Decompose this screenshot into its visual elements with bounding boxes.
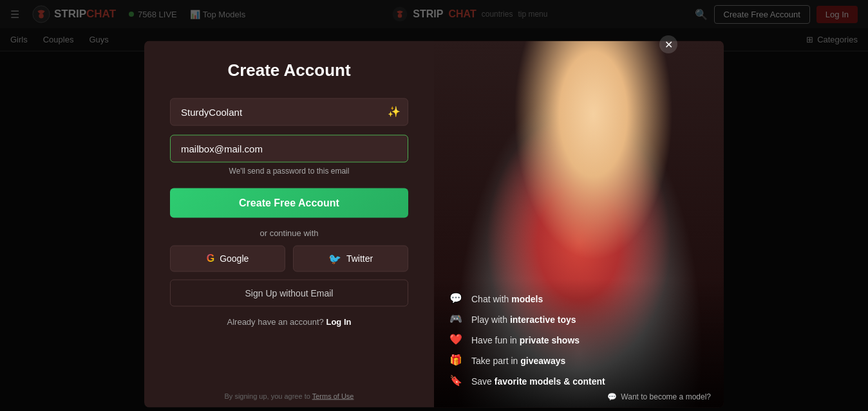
signup-without-email-button[interactable]: Sign Up without Email [170, 279, 408, 306]
login-link[interactable]: Log In [326, 316, 351, 326]
gift-icon: 🎁 [449, 353, 464, 367]
twitter-label: Twitter [346, 253, 373, 264]
feature-private: ❤️ Have fun in private shows [449, 333, 708, 347]
toys-icon: 🎮 [449, 312, 464, 326]
google-signup-button[interactable]: G Google [170, 245, 285, 271]
email-hint-text: We'll send a password to this email [170, 166, 408, 175]
modal-title: Create Account [227, 60, 350, 80]
feature-save-text: Save favorite models & content [471, 376, 605, 386]
chat-icon: 💬 [449, 291, 464, 306]
feature-private-text: Have fun in private shows [471, 334, 580, 345]
or-continue-text: or continue with [259, 228, 318, 237]
feature-chat-text: Chat with models [471, 293, 543, 304]
email-input-wrapper [170, 134, 408, 162]
become-model-icon: 💬 [607, 392, 617, 401]
feature-giveaways: 🎁 Take part in giveaways [449, 353, 708, 367]
email-input[interactable] [170, 134, 408, 162]
google-icon: G [207, 253, 214, 264]
become-model-section[interactable]: 💬 Want to become a model? [607, 392, 711, 401]
bookmark-icon: 🔖 [449, 374, 464, 388]
username-input[interactable] [170, 98, 408, 125]
feature-save: 🔖 Save favorite models & content [449, 374, 708, 388]
feature-giveaways-text: Take part in giveaways [471, 355, 565, 365]
wand-icon: ✨ [388, 105, 401, 118]
modal-close-button[interactable]: ✕ [659, 35, 677, 53]
heart-icon: ❤️ [449, 333, 464, 347]
modal-image-panel: 💬 Chat with models 🎮 Play with interacti… [434, 41, 724, 407]
features-list: 💬 Chat with models 🎮 Play with interacti… [434, 279, 724, 407]
already-account-text: Already have an account? Log In [227, 316, 352, 326]
username-input-wrapper: ✨ [170, 98, 408, 125]
create-free-account-button[interactable]: Create Free Account [170, 188, 408, 217]
feature-toys: 🎮 Play with interactive toys [449, 312, 708, 326]
terms-of-use-link[interactable]: Terms of Use [312, 392, 354, 399]
feature-chat: 💬 Chat with models [449, 291, 708, 306]
email-field-group: We'll send a password to this email [170, 134, 408, 179]
social-buttons-group: G Google 🐦 Twitter [170, 245, 408, 271]
become-model-text: Want to become a model? [621, 392, 711, 401]
create-account-modal: Create Account ✨ We'll send a password t… [144, 41, 724, 407]
username-field-group: ✨ [170, 98, 408, 125]
footer-terms: By signing up, you agree to Terms of Use [144, 392, 434, 399]
twitter-icon: 🐦 [328, 252, 341, 264]
feature-toys-text: Play with interactive toys [471, 314, 576, 324]
google-label: Google [220, 253, 249, 264]
already-account-label: Already have an account? [227, 316, 324, 326]
modal-form-panel: Create Account ✨ We'll send a password t… [144, 41, 434, 407]
footer-terms-prefix: By signing up, you agree to [225, 392, 310, 399]
twitter-signup-button[interactable]: 🐦 Twitter [293, 245, 408, 271]
